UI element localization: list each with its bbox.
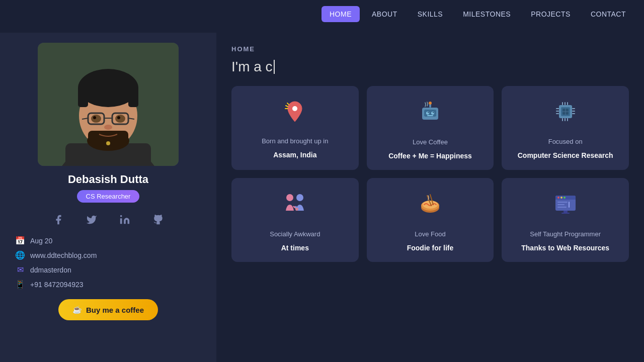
card-cs-title: Computer Science Research	[518, 151, 613, 159]
website-value[interactable]: www.ddtechblog.com	[30, 251, 97, 259]
svg-point-58	[295, 208, 298, 211]
facebook-icon[interactable]	[49, 211, 67, 229]
svg-point-16	[91, 115, 101, 123]
card-coffee-subtitle: Love Coffee	[413, 138, 448, 146]
profile-name: Debasish Dutta	[68, 173, 148, 186]
svg-rect-48	[562, 118, 563, 121]
svg-rect-70	[557, 202, 568, 203]
twitter-icon[interactable]	[83, 211, 101, 229]
card-location: Born and brought up in Assam, India	[231, 86, 359, 170]
svg-point-68	[560, 197, 562, 199]
birthday-row: 📅 Aug 20	[15, 236, 201, 245]
phone-icon: 📱	[15, 280, 25, 289]
svg-line-25	[286, 106, 288, 107]
calendar-icon: 📅	[15, 236, 25, 245]
nav-home[interactable]: HOME	[321, 6, 360, 22]
coffee-icon	[417, 99, 443, 129]
svg-rect-45	[562, 102, 563, 105]
svg-rect-74	[564, 211, 568, 213]
social-links	[49, 211, 167, 229]
svg-line-27	[287, 103, 289, 105]
svg-point-24	[292, 106, 297, 111]
svg-point-22	[120, 215, 122, 217]
svg-point-56	[296, 194, 303, 201]
svg-point-18	[93, 116, 96, 119]
github-icon[interactable]	[149, 211, 167, 229]
username-value: ddmasterdon	[30, 266, 71, 274]
card-location-subtitle: Born and brought up in	[262, 137, 328, 145]
profile-photo	[38, 43, 179, 166]
svg-rect-8	[128, 87, 138, 107]
svg-rect-49	[565, 118, 566, 121]
card-food-subtitle: Love Food	[415, 230, 445, 238]
coffee-cup-icon: ☕	[72, 305, 82, 314]
location-icon	[283, 100, 307, 128]
card-programmer-title: Thanks to Web Resources	[521, 244, 609, 252]
card-coffee-title: Coffee + Me = Happiness	[388, 152, 472, 160]
card-cs: Focused on Computer Science Research	[502, 86, 629, 170]
card-location-title: Assam, India	[273, 151, 316, 159]
website-row: 🌐 www.ddtechblog.com	[15, 250, 201, 260]
svg-rect-41	[556, 113, 559, 114]
username-row: ✉ ddmasterdon	[15, 265, 201, 275]
nav-projects[interactable]: PROJECTS	[523, 6, 579, 22]
cards-grid: Born and brought up in Assam, India	[231, 86, 629, 262]
svg-point-30	[426, 112, 429, 115]
profile-badge: CS Researcher	[77, 190, 140, 203]
svg-rect-40	[556, 111, 559, 112]
buy-coffee-button[interactable]: ☕ Buy me a coffee	[58, 299, 158, 320]
svg-point-36	[429, 102, 432, 105]
svg-point-69	[564, 197, 566, 199]
phone-value: +91 8472094923	[30, 281, 84, 289]
card-cs-subtitle: Focused on	[548, 138, 583, 145]
svg-rect-42	[572, 108, 575, 109]
card-food-title: Foodie for life	[407, 244, 454, 252]
card-social: Socially Awkward At times	[231, 178, 359, 262]
typing-text-value: I'm a c	[231, 59, 273, 75]
svg-point-32	[428, 112, 429, 113]
at-icon: ✉	[15, 265, 25, 275]
svg-rect-72	[557, 207, 567, 208]
card-programmer: Self Taught Programmer Thanks to Web Res…	[502, 178, 629, 262]
svg-rect-50	[567, 118, 568, 121]
svg-rect-7	[78, 87, 88, 107]
svg-rect-71	[557, 204, 565, 205]
food-icon	[417, 191, 443, 221]
svg-point-19	[117, 116, 120, 119]
svg-point-17	[115, 115, 125, 123]
nav-skills[interactable]: SKILLS	[410, 6, 451, 22]
svg-point-67	[557, 197, 559, 199]
card-social-title: At times	[281, 244, 309, 252]
people-icon	[282, 191, 308, 221]
svg-rect-75	[561, 213, 570, 214]
card-social-subtitle: Socially Awkward	[270, 230, 320, 238]
svg-rect-46	[565, 102, 566, 105]
svg-rect-43	[572, 111, 575, 112]
main-content: HOME I'm a c Born and brought up in Assa…	[216, 33, 644, 362]
card-food: Love Food Foodie for life	[367, 178, 494, 262]
typing-text: I'm a c	[231, 59, 629, 75]
typing-cursor	[274, 60, 275, 74]
card-programmer-subtitle: Self Taught Programmer	[530, 230, 601, 238]
svg-rect-44	[572, 113, 575, 114]
chip-icon	[553, 99, 578, 129]
svg-rect-47	[567, 102, 568, 105]
card-coffee: Love Coffee Coffee + Me = Happiness	[367, 86, 494, 170]
svg-point-31	[431, 112, 434, 115]
nav-contact[interactable]: CONTACT	[583, 6, 634, 22]
svg-point-20	[104, 125, 112, 130]
linkedin-icon[interactable]	[116, 211, 134, 229]
buy-coffee-label: Buy me a coffee	[86, 306, 144, 314]
svg-point-33	[433, 112, 434, 113]
svg-rect-34	[427, 115, 433, 116]
nav-milestones[interactable]: MILESTONES	[455, 6, 519, 22]
info-list: 📅 Aug 20 🌐 www.ddtechblog.com ✉ ddmaster…	[15, 236, 201, 289]
svg-rect-39	[556, 108, 559, 109]
nav-about[interactable]: ABOUT	[364, 6, 406, 22]
left-panel: Debasish Dutta CS Researcher 📅 Aug 20 🌐 …	[0, 33, 216, 362]
svg-point-54	[286, 194, 293, 201]
globe-icon: 🌐	[15, 250, 25, 260]
navigation: HOME ABOUT SKILLS MILESTONES PROJECTS CO…	[311, 0, 644, 28]
section-label: HOME	[231, 45, 629, 53]
svg-rect-73	[569, 202, 570, 208]
